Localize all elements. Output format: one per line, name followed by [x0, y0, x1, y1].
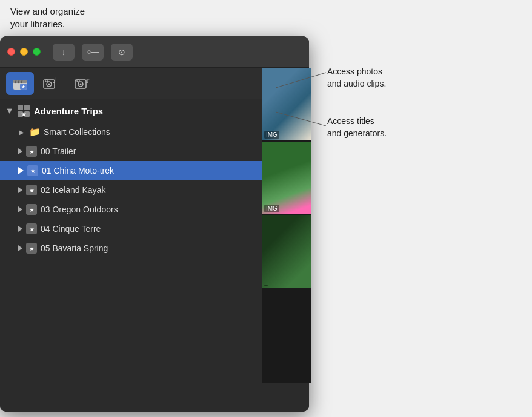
photo-thumb-3: [262, 215, 311, 288]
close-button[interactable]: [7, 48, 15, 56]
maximize-button[interactable]: [33, 48, 41, 56]
titles-icon: T: [73, 74, 93, 93]
photo-thumb-2: IMG: [262, 142, 311, 214]
svg-rect-12: [45, 80, 48, 82]
title-bar: ↓ ○— ⊙: [0, 36, 309, 68]
tab-audio[interactable]: ♩: [38, 72, 65, 95]
oregon-star-icon: ★: [26, 204, 37, 215]
photo-label-2: IMG: [264, 205, 279, 212]
oregon-chevron: [18, 206, 22, 212]
tab-media[interactable]: ★: [6, 72, 34, 95]
photo-panel: IMG IMG: [262, 68, 311, 383]
annotation-photos: Access photos and audio clips.: [327, 65, 386, 90]
import-button[interactable]: ↓: [53, 44, 75, 61]
svg-rect-17: [77, 80, 79, 82]
folder-icon: 📁: [29, 126, 40, 137]
trailer-chevron: [18, 148, 22, 154]
annotation-titles: Access titles and generators.: [327, 115, 387, 140]
photo-label-1: IMG: [264, 131, 279, 139]
tooltip-text: View and organize your libraries.: [10, 5, 85, 30]
cinque-chevron: [18, 226, 22, 232]
audio-icon: ♩: [42, 74, 61, 93]
traffic-lights: [7, 48, 41, 56]
minimize-button[interactable]: [20, 48, 28, 56]
tab-titles[interactable]: T: [69, 72, 97, 95]
svg-text:★: ★: [21, 84, 25, 90]
iceland-star-icon: ★: [26, 185, 37, 195]
bavaria-chevron: [18, 245, 22, 251]
check-icon: ⊙: [118, 47, 125, 57]
china-play-icon: [18, 167, 24, 174]
key-icon: ○—: [87, 47, 99, 56]
library-icon: ★: [17, 104, 30, 117]
trailer-star-icon: ★: [26, 146, 37, 157]
photo-thumb-1: IMG: [262, 68, 311, 140]
photo-label-3: [264, 285, 268, 286]
svg-point-11: [48, 83, 50, 85]
smart-collections-chevron: ▶: [18, 129, 25, 136]
svg-text:T: T: [85, 77, 90, 84]
svg-rect-19: [18, 105, 23, 110]
svg-text:★: ★: [21, 111, 27, 117]
key-button[interactable]: ○—: [82, 44, 104, 61]
iceland-chevron: [18, 187, 22, 193]
import-icon: ↓: [62, 47, 66, 57]
bavaria-star-icon: ★: [26, 243, 37, 254]
library-chevron: ▶: [7, 107, 13, 114]
check-button[interactable]: ⊙: [111, 44, 133, 61]
china-star-icon: ★: [27, 165, 38, 176]
cinque-star-icon: ★: [26, 223, 37, 234]
svg-rect-20: [24, 105, 30, 110]
media-icon: ★: [12, 75, 28, 92]
svg-text:♩: ♩: [53, 76, 56, 85]
svg-point-16: [80, 83, 82, 85]
